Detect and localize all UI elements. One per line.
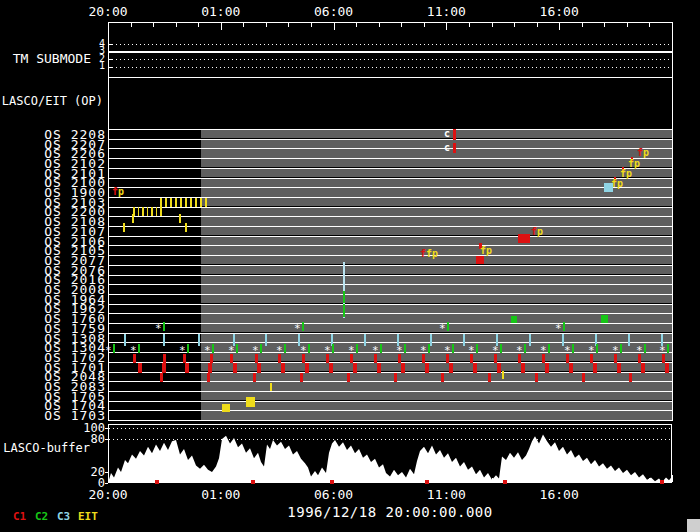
event-comb-tick bbox=[138, 207, 140, 216]
event-mark bbox=[185, 223, 187, 232]
event-tick bbox=[163, 334, 165, 346]
bottom-time-label: 01:00 bbox=[195, 488, 247, 501]
event-tick bbox=[644, 344, 646, 353]
os-row-line bbox=[108, 401, 673, 402]
bottom-axis-tick bbox=[288, 478, 289, 482]
event-comb-tick bbox=[175, 198, 177, 207]
event-tick bbox=[236, 344, 238, 353]
event-tick bbox=[350, 354, 353, 363]
event-tick bbox=[500, 344, 502, 353]
event-tick bbox=[572, 344, 574, 353]
os-row-band bbox=[201, 411, 672, 419]
event-tick bbox=[302, 354, 305, 363]
event-flag-label: fp bbox=[112, 187, 124, 197]
event-flag-label: fp bbox=[480, 246, 492, 256]
os-row-line bbox=[108, 275, 673, 276]
event-comb-tick bbox=[142, 207, 144, 216]
event-tick bbox=[394, 373, 397, 382]
buffer-ytick bbox=[105, 483, 108, 484]
bottom-time-label: 16:00 bbox=[533, 488, 585, 501]
event-tick bbox=[446, 354, 449, 363]
os-row-band bbox=[201, 402, 672, 410]
event-tick bbox=[596, 344, 598, 353]
event-tick bbox=[353, 363, 357, 373]
event-tick bbox=[187, 344, 189, 353]
event-tick bbox=[617, 363, 621, 373]
event-tick bbox=[529, 334, 531, 346]
top-axis-tick bbox=[198, 22, 199, 27]
flag-char: p bbox=[537, 226, 543, 237]
os-row-band bbox=[201, 130, 672, 138]
event-tick bbox=[124, 334, 126, 346]
event-flag-label: c bbox=[444, 143, 450, 153]
event-tick bbox=[305, 363, 309, 373]
top-axis-tick bbox=[492, 22, 493, 27]
top-axis-tick bbox=[514, 22, 515, 27]
tm-section-bottom-line bbox=[108, 77, 673, 78]
event-comb-tick bbox=[185, 198, 187, 207]
legend-item-c2: C2 bbox=[35, 511, 48, 522]
tm-level-label: 1 bbox=[0, 61, 105, 71]
os-row-line bbox=[108, 333, 673, 334]
event-block bbox=[601, 315, 608, 323]
event-tick bbox=[198, 334, 200, 346]
top-axis-tick bbox=[176, 22, 177, 27]
bottom-axis-tick bbox=[153, 478, 154, 482]
bottom-axis-tick bbox=[356, 478, 357, 482]
event-tick bbox=[494, 354, 497, 363]
event-tick bbox=[535, 373, 538, 382]
event-mark bbox=[179, 214, 181, 223]
event-tick bbox=[463, 334, 465, 346]
top-axis-tick bbox=[627, 22, 628, 27]
bottom-time-label: 20:00 bbox=[82, 488, 134, 501]
os-row-line bbox=[108, 372, 673, 373]
event-tick bbox=[332, 344, 334, 353]
event-tick bbox=[138, 344, 140, 353]
event-mark bbox=[123, 223, 125, 232]
event-tick bbox=[284, 344, 286, 353]
os-row-line bbox=[108, 168, 673, 169]
event-tick bbox=[628, 334, 630, 346]
top-time-label: 06:00 bbox=[308, 5, 360, 18]
event-comb-tick bbox=[170, 198, 172, 207]
flag-char: p bbox=[617, 178, 623, 189]
lasco-schedule-plot: TM SUBMODE LASCO/EIT (OP) LASCO-buffer 1… bbox=[0, 0, 700, 532]
flag-char: c bbox=[444, 142, 450, 153]
buffer-baseline-mark bbox=[251, 480, 255, 484]
bottom-axis-tick bbox=[243, 478, 244, 482]
top-axis-tick bbox=[221, 22, 222, 30]
bottom-axis-tick bbox=[334, 475, 335, 482]
event-tick bbox=[476, 344, 478, 353]
bottom-axis-tick bbox=[311, 478, 312, 482]
event-tick bbox=[253, 373, 256, 382]
os-row-band bbox=[201, 285, 672, 293]
bottom-axis-tick bbox=[537, 478, 538, 482]
flag-char: p bbox=[634, 158, 640, 169]
bottom-axis-tick bbox=[446, 475, 447, 482]
event-tick bbox=[662, 354, 665, 363]
os-row-band bbox=[201, 392, 672, 400]
tm-level-dotline bbox=[108, 67, 672, 68]
os-row-line bbox=[108, 158, 673, 159]
bottom-axis-tick bbox=[559, 475, 560, 482]
event-tick bbox=[614, 354, 617, 363]
event-tick bbox=[302, 322, 304, 331]
event-flag-label: ffp bbox=[420, 249, 438, 259]
flag-char: p bbox=[432, 248, 438, 259]
top-axis-tick bbox=[537, 22, 538, 27]
os-row-line bbox=[108, 304, 673, 305]
buffer-ytick-label: 80 bbox=[0, 433, 105, 445]
top-axis-tick bbox=[153, 22, 154, 27]
buffer-baseline-mark bbox=[660, 480, 664, 484]
event-tick bbox=[447, 322, 449, 331]
os-row-line bbox=[108, 381, 673, 382]
os-row-line bbox=[108, 391, 673, 392]
event-tick bbox=[590, 354, 593, 363]
os-row-band bbox=[201, 266, 672, 274]
event-mark bbox=[132, 214, 134, 223]
buffer-baseline-mark bbox=[425, 480, 429, 484]
os-row-band bbox=[201, 276, 672, 284]
event-tick bbox=[629, 373, 632, 382]
top-axis-tick bbox=[446, 22, 447, 30]
event-mark bbox=[343, 291, 345, 303]
